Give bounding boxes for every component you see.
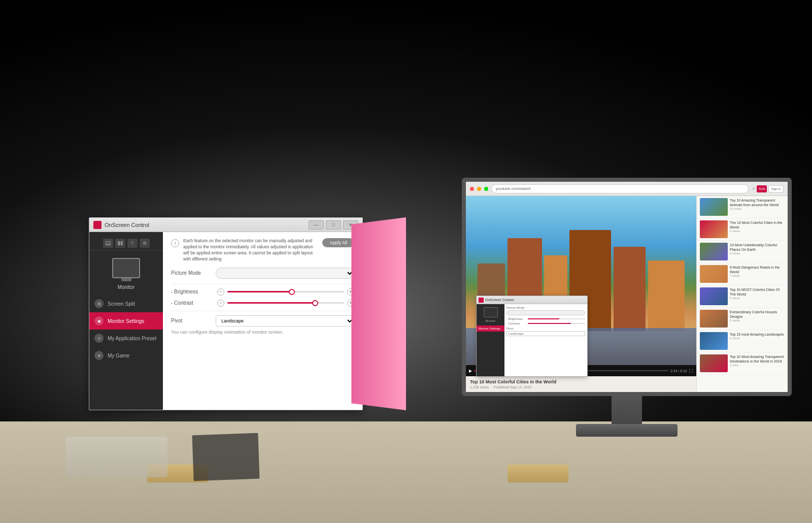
mini-picture-select [506,310,585,315]
contrast-minus[interactable]: − [217,300,224,307]
mini-osc-titlebar: OnScreen Control [477,296,587,304]
svg-rect-1 [106,242,110,244]
pivot-description: You can configure display orientation of… [171,330,354,335]
sidebar-title-3: 8 Most Dangerous Roads in the World [730,265,785,274]
url-text: youtube.com/watch [496,186,531,191]
info-bar: i Each feature on the selected monitor c… [171,238,354,263]
sidebar-meta-0: 10 views [730,207,785,210]
fullscreen-btn[interactable]: ⛶ [689,369,693,373]
sidebar-info-2: 10 Most Unbelievably Colorful Places On … [730,243,785,260]
sidebar-info-0: Top 10 Amazing Transparent Animals from … [730,198,785,216]
mini-brightness-track [528,318,585,319]
video-sidebar: Top 10 Amazing Transparent Animals from … [696,196,788,392]
mini-picture-label: Picture Mode [506,306,585,309]
video-title: Top 10 Most Colorful Cities in the World [470,379,692,384]
sidebar-item-monitor-settings[interactable]: ◉ Monitor Settings [89,312,163,330]
building-6 [648,260,685,332]
brightness-minus[interactable]: − [217,288,224,296]
mini-osc-title: OnScreen Control [485,298,585,302]
osc-main-content: i Each feature on the selected monitor c… [163,232,362,410]
mini-osc-body: Monitor Monitor Settings Picture Mode - … [477,304,587,376]
browser-url-bar[interactable]: youtube.com/watch [491,184,749,193]
large-monitor-stand-neck [612,396,642,427]
osc-sidebar: ? ⚙ Monitor ⊞ Screen Split ◉ Monitor Set… [89,232,163,410]
picture-mode-select[interactable] [216,268,354,279]
sidebar-video-item[interactable]: 8 Most Dangerous Roads in the World 7 vi… [697,263,788,285]
sidebar-title-7: Top 10 Most Amazing Transparent Destinat… [730,354,785,364]
apply-all-button[interactable]: Apply All [322,238,354,247]
mini-contrast-row: - Contrast [506,322,585,325]
mini-nav-label: Monitor Settings [479,327,500,330]
sidebar-video-item[interactable]: Top 15 most Amazing Landscapes 8 views [697,330,788,352]
sidebar-item-app-preset[interactable]: ⊙ My Application Preset [89,330,163,347]
sidebar-title-6: Top 15 most Amazing Landscapes [730,332,785,337]
contrast-label: - Contrast [171,300,214,306]
monitor-settings-icon: ◉ [94,316,104,325]
video-info: Top 10 Most Colorful Cities in the World… [466,376,696,392]
contrast-thumb[interactable] [312,300,318,306]
sidebar-meta-4: 2 views [730,297,785,300]
contrast-row: - Contrast − + [171,300,354,307]
my-game-icon: ⊕ [94,351,104,360]
picture-mode-row: Picture Mode [171,268,354,279]
sidebar-meta-5: 4 views [730,319,785,322]
app-preset-icon: ⊙ [94,334,104,343]
brightness-fill [227,291,292,292]
picture-mode-label: Picture Mode [171,270,212,276]
browser-action-buttons: ↗ SUB Sign in [752,185,784,192]
notebook [192,433,259,481]
screen-split-label: Screen Split [108,301,135,307]
sidebar-video-item[interactable]: Top 10 Amazing Transparent Animals from … [697,196,788,218]
screen-split-icon: ⊞ [94,299,104,308]
building-5 [614,247,646,332]
sidebar-item-my-game[interactable]: ⊕ My Game [89,347,163,364]
contrast-track[interactable] [227,302,344,304]
sidebar-thumb-4 [700,287,728,305]
browser-min[interactable] [477,187,481,191]
sidebar-item-screen-split[interactable]: ⊞ Screen Split [89,295,163,312]
restore-button[interactable]: □ [326,220,341,230]
sidebar-video-item[interactable]: The 10 Most Colorful Cities in the World… [697,218,788,241]
sidebar-title-0: Top 10 Amazing Transparent Animals from … [730,198,785,207]
window-title: OnScreen Control [105,222,306,228]
sidebar-info-3: 8 Most Dangerous Roads in the World 7 vi… [730,265,785,283]
sidebar-video-item[interactable]: 10 Most Unbelievably Colorful Places On … [697,241,788,263]
mini-active-nav: Monitor Settings [477,325,504,332]
browser-max[interactable] [484,187,488,191]
toolbar-btn-2[interactable] [115,239,125,248]
monitor-icon [112,258,140,278]
sidebar-video-item[interactable]: Top 10 MOST Colorful Cities Of The World… [697,285,788,308]
pink-fold-effect [351,217,406,410]
video-views: 1,238 views [470,385,489,389]
toolbar-settings[interactable]: ⚙ [140,239,150,248]
toolbar-btn-1[interactable] [103,239,113,248]
pivot-select[interactable]: Landscape Portrait (90°) Portrait (270°) [216,315,354,326]
osc-titlebar: OnScreen Control — □ ✕ [89,218,362,232]
brightness-thumb[interactable] [289,289,295,295]
toolbar-help[interactable]: ? [127,239,138,248]
sidebar-video-item[interactable]: Top 10 Most Amazing Transparent Destinat… [697,352,788,375]
browser-close[interactable] [470,187,474,191]
play-btn[interactable]: ▶ [469,369,472,373]
minimize-button[interactable]: — [309,220,324,230]
mini-osc-sidebar: Monitor Monitor Settings [477,304,504,376]
app-icon [93,221,101,229]
mini-monitor-icon [484,307,498,317]
large-monitor: youtube.com/watch ↗ SUB Sign in [462,178,792,447]
pivot-label: Pivot [171,318,212,323]
browser-share-icon[interactable]: ↗ [752,186,755,191]
window-controls: — □ ✕ [309,220,358,230]
divider-2 [171,311,354,311]
mini-contrast-fill [528,323,571,324]
browser-bar: youtube.com/watch ↗ SUB Sign in [466,182,788,196]
brightness-track[interactable] [227,291,344,292]
sidebar-video-item[interactable]: Extraordinary Colorful Houses Designs 4 … [697,308,788,330]
mini-pivot-label: Pivot [506,327,585,330]
signin-btn[interactable]: Sign in [768,185,784,192]
subscribe-mini[interactable]: SUB [757,185,767,192]
mini-osc-icon [479,298,484,303]
sidebar-title-1: The 10 Most Colorful Cities in the World [730,220,785,230]
monitor-preview: Monitor [89,250,163,295]
sidebar-meta-3: 7 views [730,274,785,277]
info-text: Each feature on the selected monitor can… [183,238,318,263]
